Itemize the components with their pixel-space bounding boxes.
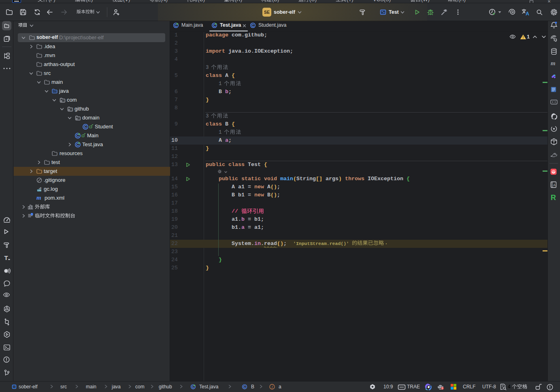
svg-text:LOG: LOG [37,190,41,192]
svg-text:f: f [272,385,273,389]
svg-text:A: A [553,183,556,187]
svg-text:T: T [4,254,8,261]
svg-text:A: A [526,11,529,17]
